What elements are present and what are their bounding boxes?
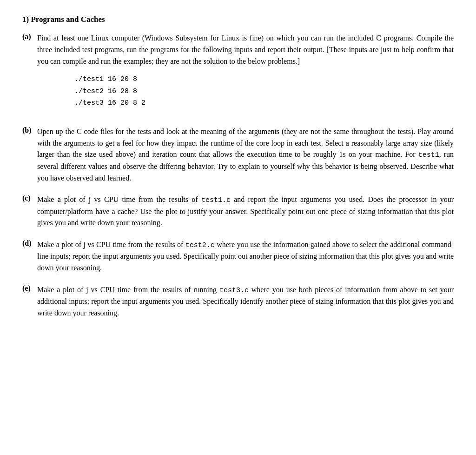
code-block-a: ./test1 16 20 8 ./test2 16 28 8 ./test3 … (74, 74, 454, 109)
problem-label-b: (b) (22, 126, 37, 134)
list-item: (b) Open up the C code files for the tes… (22, 126, 454, 184)
problem-label-a: (a) (22, 33, 37, 41)
list-item: (c) Make a plot of j vs CPU time from th… (22, 194, 454, 229)
list-item: (a) Find at least one Linux computer (Wi… (22, 33, 454, 116)
problem-content-b: Open up the C code files for the tests a… (37, 126, 454, 184)
problem-content-d: Make a plot of j vs CPU time from the re… (37, 239, 454, 274)
inline-code-test2c: test2.c (185, 241, 215, 249)
code-line-3: ./test3 16 20 8 2 (74, 97, 454, 109)
problem-text-a: Find at least one Linux computer (Window… (37, 34, 454, 65)
problem-content-a: Find at least one Linux computer (Window… (37, 33, 454, 116)
problem-content-c: Make a plot of j vs CPU time from the re… (37, 194, 454, 229)
inline-code-test3c: test3.c (219, 287, 249, 294)
code-line-2: ./test2 16 28 8 (74, 86, 454, 98)
problem-content-e: Make a plot of j vs CPU time from the re… (37, 284, 454, 319)
code-line-1: ./test1 16 20 8 (74, 74, 454, 86)
problem-label-e: (e) (22, 284, 37, 293)
inline-code-test1c: test1.c (201, 196, 231, 204)
inline-code-test1: test1 (418, 151, 439, 159)
section-title: 1) Programs and Caches (22, 15, 454, 24)
problem-label-c: (c) (22, 194, 37, 202)
problem-list: (a) Find at least one Linux computer (Wi… (22, 33, 454, 319)
list-item: (d) Make a plot of j vs CPU time from th… (22, 239, 454, 274)
list-item: (e) Make a plot of j vs CPU time from th… (22, 284, 454, 319)
problem-label-d: (d) (22, 239, 37, 248)
